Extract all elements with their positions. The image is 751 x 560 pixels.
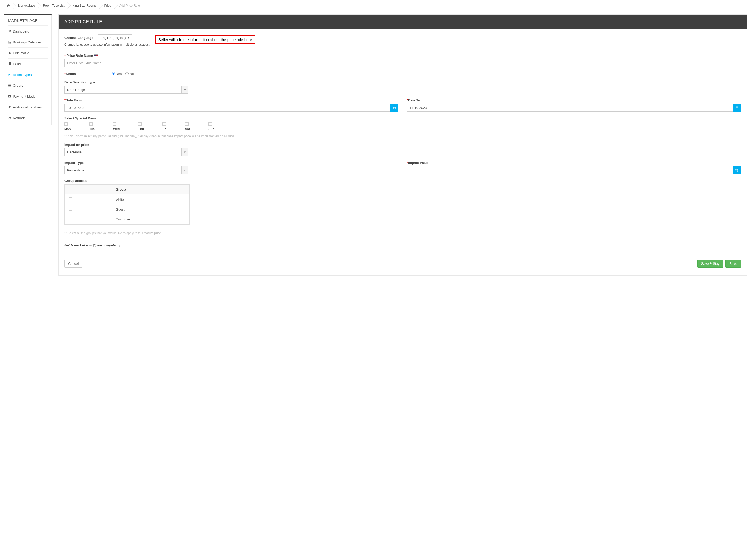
day-wed: Wed xyxy=(113,122,120,131)
callout-annotation: Seller will add the information about th… xyxy=(155,35,255,44)
breadcrumb-home[interactable] xyxy=(4,3,14,9)
special-days-help: ** If you don't select any particular da… xyxy=(64,135,741,138)
chart-icon xyxy=(8,41,11,44)
date-from-input[interactable] xyxy=(64,104,390,112)
impact-value-label: *Impact Value xyxy=(407,161,741,165)
day-sun: Sun xyxy=(208,122,214,131)
sidebar-item-payment[interactable]: Payment Mode xyxy=(8,91,48,102)
day-checkbox[interactable] xyxy=(185,122,189,126)
compulsory-note: Fields marked with (*) are compulsory. xyxy=(64,244,741,247)
day-checkbox[interactable] xyxy=(208,122,212,126)
sidebar-item-orders[interactable]: Orders xyxy=(8,80,48,91)
price-rule-name-input[interactable] xyxy=(64,59,741,67)
save-button[interactable]: Save xyxy=(726,260,741,267)
breadcrumb-current: Add Price Rule xyxy=(115,3,143,9)
impact-value-input[interactable] xyxy=(407,166,733,174)
sidebar-item-room-types[interactable]: Room Types xyxy=(8,69,48,80)
money-icon xyxy=(8,95,11,98)
date-from-label: *Date From xyxy=(64,98,399,102)
dropdown-icon xyxy=(181,166,188,174)
table-row: Customer xyxy=(65,215,189,224)
main-panel: ADD PRICE RULE Choose Language: English … xyxy=(58,15,747,276)
sidebar: MARKETPLACE Dashboard Bookings Calender … xyxy=(4,15,52,125)
sidebar-item-facilities[interactable]: Additional Facilities xyxy=(8,102,48,113)
sidebar-item-refunds[interactable]: Refunds xyxy=(8,113,48,123)
date-to-label: *Date To xyxy=(407,98,741,102)
breadcrumb-item[interactable]: Room Type List xyxy=(38,3,68,9)
impact-type-select[interactable]: Percentage xyxy=(64,166,188,174)
day-checkbox[interactable] xyxy=(64,122,68,126)
day-checkbox[interactable] xyxy=(162,122,166,126)
special-days-row: Mon Tue Wed Thu Fri Sat Sun xyxy=(64,122,741,131)
sidebar-item-dashboard[interactable]: Dashboard xyxy=(8,26,48,37)
day-sat: Sat xyxy=(185,122,190,131)
day-tue: Tue xyxy=(89,122,95,131)
price-rule-name-label: * Price Rule Name xyxy=(64,54,741,58)
breadcrumb-item[interactable]: King Size Rooms xyxy=(68,3,100,9)
day-checkbox[interactable] xyxy=(89,122,93,126)
day-checkbox[interactable] xyxy=(113,122,116,126)
impact-type-label: Impact Type xyxy=(64,161,399,165)
dropdown-icon xyxy=(181,148,188,156)
bed-icon xyxy=(8,73,11,76)
group-checkbox[interactable] xyxy=(69,217,72,220)
day-mon: Mon xyxy=(64,122,71,131)
flag-us-icon xyxy=(94,55,98,57)
save-stay-button[interactable]: Save & Stay xyxy=(697,260,724,267)
cancel-button[interactable]: Cancel xyxy=(64,260,82,267)
date-selection-select[interactable]: Date Range xyxy=(64,86,188,94)
refund-icon xyxy=(8,116,11,120)
sidebar-item-bookings[interactable]: Bookings Calender xyxy=(8,37,48,48)
calendar-icon[interactable] xyxy=(733,104,741,112)
caret-down-icon: ▼ xyxy=(127,37,130,39)
percent-addon: % xyxy=(733,166,741,174)
status-no[interactable]: No xyxy=(125,72,134,76)
breadcrumb-item[interactable]: Marketplace xyxy=(14,3,38,9)
home-icon xyxy=(6,4,10,7)
page-title: ADD PRICE RULE xyxy=(59,15,747,29)
dashboard-icon xyxy=(8,30,11,33)
date-to-input[interactable] xyxy=(407,104,733,112)
status-label: *Status xyxy=(64,72,108,76)
users-plus-icon xyxy=(8,105,11,109)
user-icon xyxy=(8,51,11,55)
sidebar-item-profile[interactable]: Edit Profile xyxy=(8,48,48,59)
dropdown-icon xyxy=(181,86,188,94)
impact-price-select[interactable]: Decrease xyxy=(64,148,188,156)
group-access-label: Group access xyxy=(64,179,741,183)
building-icon xyxy=(8,62,11,65)
impact-price-label: Impact on price xyxy=(64,143,741,146)
group-access-table: Group Visitor Guest Customer xyxy=(64,184,190,224)
group-header: Group xyxy=(112,185,189,194)
table-row: Guest xyxy=(65,205,189,214)
day-thu: Thu xyxy=(138,122,144,131)
language-select[interactable]: English (English) ▼ xyxy=(98,34,132,41)
sidebar-title: MARKETPLACE xyxy=(8,18,48,25)
calendar-icon[interactable] xyxy=(390,104,399,112)
date-selection-label: Date Selection type xyxy=(64,80,741,84)
day-fri: Fri xyxy=(162,122,166,131)
language-label: Choose Language: xyxy=(64,36,95,40)
status-yes[interactable]: Yes xyxy=(112,72,122,76)
day-checkbox[interactable] xyxy=(138,122,141,126)
breadcrumb: Marketplace Room Type List King Size Roo… xyxy=(4,3,747,9)
card-icon xyxy=(8,84,11,87)
group-checkbox[interactable] xyxy=(69,197,72,201)
special-days-label: Select Special Days xyxy=(64,116,741,120)
sidebar-item-hotels[interactable]: Hotels xyxy=(8,59,48,69)
group-checkbox[interactable] xyxy=(69,207,72,211)
table-row: Visitor xyxy=(65,195,189,204)
group-access-help: ** Select all the groups that you would … xyxy=(64,231,741,235)
